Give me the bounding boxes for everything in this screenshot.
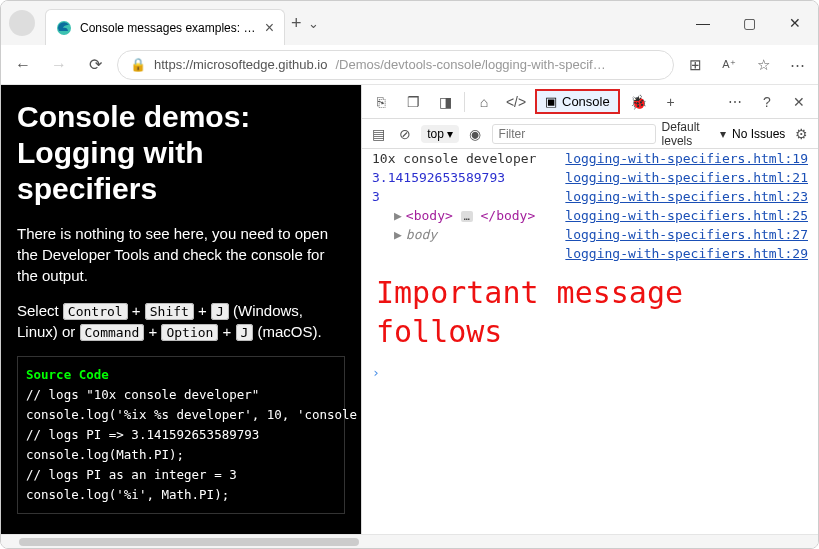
more-tabs-icon[interactable]: + — [658, 89, 684, 115]
code-line: // logs PI => 3.141592653589793 — [26, 425, 336, 445]
new-tab-button[interactable]: + — [291, 13, 302, 34]
page-content: Console demos: Logging with specifiers T… — [1, 85, 361, 534]
tab-overflow-icon[interactable]: ⌄ — [308, 16, 319, 31]
source-code-box: Source Code // logs "10x console develop… — [17, 356, 345, 514]
overflow-icon[interactable]: ⋯ — [722, 89, 748, 115]
source-link[interactable]: logging-with-specifiers.html:27 — [565, 227, 808, 242]
edge-favicon — [56, 20, 72, 36]
console-message: 3.141592653589793 — [372, 170, 565, 185]
kbd-j2: J — [236, 324, 254, 341]
console-row: 3 logging-with-specifiers.html:23 — [362, 187, 818, 206]
url-host: https://microsoftedge.github.io — [154, 57, 327, 72]
lock-icon: 🔒 — [130, 57, 146, 72]
console-settings-icon[interactable]: ⚙ — [791, 121, 812, 147]
context-selector[interactable]: top ▾ — [421, 125, 459, 143]
tab-console[interactable]: ▣ Console — [535, 89, 620, 114]
ellipsis-icon[interactable]: … — [461, 211, 473, 222]
profile-avatar[interactable] — [9, 10, 35, 36]
tab-close-icon[interactable]: × — [265, 19, 274, 37]
source-link[interactable]: logging-with-specifiers.html:21 — [565, 170, 808, 185]
source-link[interactable]: logging-with-specifiers.html:19 — [565, 151, 808, 166]
chevron-down-icon: ▾ — [720, 127, 726, 141]
console-row: 3.141592653589793 logging-with-specifier… — [362, 168, 818, 187]
code-line: // logs "10x console developer" — [26, 385, 336, 405]
kbd-j: J — [211, 303, 229, 320]
expand-arrow-icon[interactable]: ▶ — [394, 227, 402, 242]
scrollbar-thumb[interactable] — [19, 538, 359, 546]
kbd-shift: Shift — [145, 303, 194, 320]
console-object[interactable]: ▶<body> … </body> — [372, 208, 565, 223]
console-object[interactable]: ▶body — [372, 227, 565, 242]
console-output: 10x console developer logging-with-speci… — [362, 149, 818, 534]
horizontal-scrollbar[interactable] — [1, 534, 818, 548]
main-area: Console demos: Logging with specifiers T… — [1, 85, 818, 534]
console-message: 10x console developer — [372, 151, 565, 166]
code-line: console.log('%ix %s developer', 10, 'con… — [26, 405, 336, 425]
devtools-tabs: ⎘ ❐ ◨ ⌂ </> ▣ Console 🐞 + ⋯ ? ✕ — [362, 85, 818, 119]
expand-arrow-icon[interactable]: ▶ — [394, 208, 402, 223]
maximize-button[interactable]: ▢ — [726, 7, 772, 39]
source-code-header: Source Code — [26, 365, 336, 385]
minimize-button[interactable]: — — [680, 7, 726, 39]
sidebar-toggle-icon[interactable]: ▤ — [368, 121, 389, 147]
console-message: 3 — [372, 189, 565, 204]
console-row: ▶<body> … </body> logging-with-specifier… — [362, 206, 818, 225]
styled-console-message: Important message follows — [362, 263, 818, 361]
kbd-option: Option — [161, 324, 218, 341]
favorite-icon[interactable]: ☆ — [750, 52, 776, 78]
browser-tab[interactable]: Console messages examples: Lo… × — [45, 9, 285, 45]
chevron-down-icon: ▾ — [447, 127, 453, 141]
forward-button: → — [45, 51, 73, 79]
help-icon[interactable]: ? — [754, 89, 780, 115]
welcome-tab-icon[interactable]: ⌂ — [471, 89, 497, 115]
devtools-panel: ⎘ ❐ ◨ ⌂ </> ▣ Console 🐞 + ⋯ ? ✕ ▤ ⊘ top … — [361, 85, 818, 534]
live-expression-icon[interactable]: ◉ — [465, 121, 486, 147]
source-link[interactable]: logging-with-specifiers.html:25 — [565, 208, 808, 223]
shortcut-instructions: Select Control + Shift + J (Windows, Lin… — [17, 300, 345, 342]
menu-icon[interactable]: ⋯ — [784, 52, 810, 78]
back-button[interactable]: ← — [9, 51, 37, 79]
reader-icon[interactable]: A⁺ — [716, 52, 742, 78]
page-title: Console demos: Logging with specifiers — [17, 99, 345, 207]
source-link[interactable]: logging-with-specifiers.html:23 — [565, 189, 808, 204]
kbd-control: Control — [63, 303, 128, 320]
filter-input[interactable] — [492, 124, 656, 144]
console-row: 10x console developer logging-with-speci… — [362, 149, 818, 168]
code-line: console.log('%i', Math.PI); — [26, 485, 336, 505]
inspect-icon[interactable]: ⎘ — [368, 89, 394, 115]
app-install-icon[interactable]: ⊞ — [682, 52, 708, 78]
address-bar: ← → ⟳ 🔒 https://microsoftedge.github.io/… — [1, 45, 818, 85]
url-box[interactable]: 🔒 https://microsoftedge.github.io/Demos/… — [117, 50, 674, 80]
close-button[interactable]: ✕ — [772, 7, 818, 39]
code-line: console.log(Math.PI); — [26, 445, 336, 465]
source-link[interactable]: logging-with-specifiers.html:29 — [565, 246, 808, 261]
console-row: logging-with-specifiers.html:29 — [362, 244, 818, 263]
log-levels[interactable]: Default levels ▾ — [662, 120, 726, 148]
code-line: // logs PI as an integer = 3 — [26, 465, 336, 485]
refresh-button[interactable]: ⟳ — [81, 51, 109, 79]
elements-tab-icon[interactable]: </> — [503, 89, 529, 115]
clear-console-icon[interactable]: ⊘ — [395, 121, 416, 147]
window-titlebar: Console messages examples: Lo… × + ⌄ — ▢… — [1, 1, 818, 45]
issues-label[interactable]: No Issues — [732, 127, 785, 141]
debug-icon[interactable]: 🐞 — [626, 89, 652, 115]
devtools-close-icon[interactable]: ✕ — [786, 89, 812, 115]
dock-icon[interactable]: ◨ — [432, 89, 458, 115]
console-row: ▶body logging-with-specifiers.html:27 — [362, 225, 818, 244]
kbd-command: Command — [80, 324, 145, 341]
console-tab-label: Console — [562, 94, 610, 109]
console-icon: ▣ — [545, 94, 557, 109]
page-intro: There is nothing to see here, you need t… — [17, 223, 345, 286]
console-prompt[interactable]: › — [362, 361, 818, 384]
url-path: /Demos/devtools-console/logging-with-spe… — [335, 57, 605, 72]
console-toolbar: ▤ ⊘ top ▾ ◉ Default levels ▾ No Issues ⚙ — [362, 119, 818, 149]
tab-title: Console messages examples: Lo… — [80, 21, 259, 35]
device-toolbar-icon[interactable]: ❐ — [400, 89, 426, 115]
